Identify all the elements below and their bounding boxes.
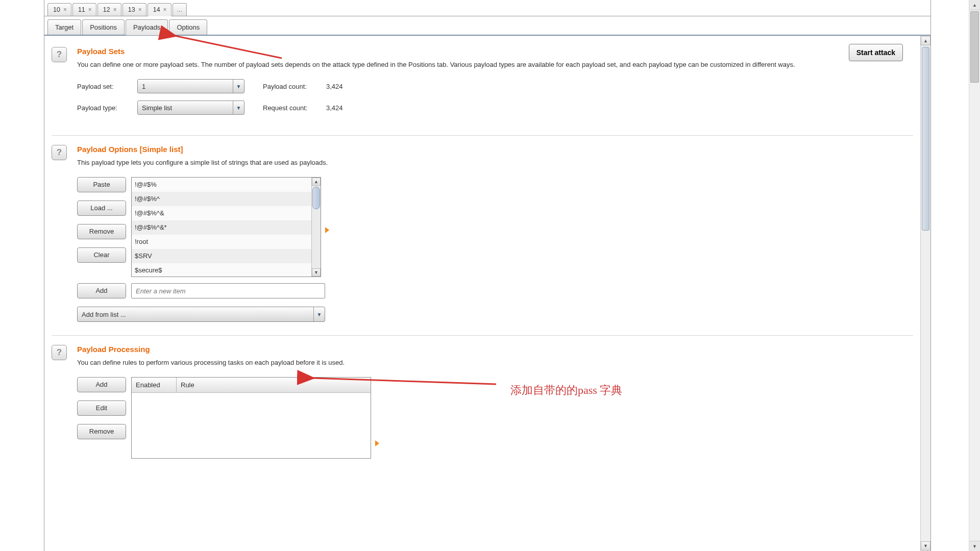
list-item[interactable]: !@#$%^& <box>132 206 311 220</box>
list-item[interactable]: !@#$%^&* <box>132 220 311 235</box>
scroll-down-icon[interactable]: ▼ <box>969 541 980 551</box>
section-title: Payload Processing <box>77 345 913 354</box>
right-arrow-icon <box>375 440 379 446</box>
tab-overflow[interactable]: ... <box>173 3 187 16</box>
scroll-down-icon[interactable]: ▼ <box>921 541 930 550</box>
section-payload-processing: ? Payload Processing You can define rule… <box>52 341 913 472</box>
select-value: 1 <box>142 83 145 90</box>
chevron-down-icon: ▼ <box>233 101 244 114</box>
payload-set-label: Payload set: <box>77 83 137 90</box>
col-rule[interactable]: Rule <box>177 378 371 392</box>
scroll-down-icon[interactable]: ▼ <box>312 268 321 277</box>
chevron-down-icon: ▼ <box>313 307 325 321</box>
list-item[interactable]: $SRV <box>132 249 311 263</box>
request-count-label: Request count: <box>263 104 326 112</box>
close-icon[interactable]: × <box>88 6 92 13</box>
close-icon[interactable]: × <box>138 6 142 13</box>
tab-label: 10 <box>53 6 60 13</box>
section-desc: You can define rules to perform various … <box>77 358 822 368</box>
add-from-list-combo[interactable]: Add from list ... ▼ <box>77 307 325 322</box>
scroll-thumb[interactable] <box>922 47 929 231</box>
help-icon[interactable]: ? <box>52 345 67 360</box>
tab-10[interactable]: 10 × <box>47 3 71 16</box>
paste-button[interactable]: Paste <box>77 177 126 192</box>
tab-label: 12 <box>103 6 110 13</box>
chevron-down-icon: ▼ <box>233 80 244 93</box>
tab-options[interactable]: Options <box>169 19 207 35</box>
add-button[interactable]: Add <box>77 283 126 298</box>
listbox-scrollbar[interactable]: ▲ ▼ <box>311 178 321 277</box>
new-item-input[interactable] <box>131 283 325 298</box>
tab-12[interactable]: 12 × <box>97 3 121 16</box>
scroll-up-icon[interactable]: ▲ <box>312 178 321 186</box>
help-icon[interactable]: ? <box>52 145 67 160</box>
list-item[interactable]: !root <box>132 235 311 249</box>
clear-button[interactable]: Clear <box>77 247 126 263</box>
payload-count-value: 3,424 <box>326 83 343 90</box>
request-count-value: 3,424 <box>326 104 343 112</box>
close-icon[interactable]: × <box>113 6 117 13</box>
add-rule-button[interactable]: Add <box>77 377 126 392</box>
content-scrollbar[interactable]: ▲ ▼ <box>920 36 930 551</box>
tab-target[interactable]: Target <box>47 19 81 35</box>
section-tab-strip: Target Positions Payloads Options <box>44 16 930 36</box>
scroll-up-icon[interactable]: ▲ <box>921 36 930 45</box>
section-payload-options: ? Payload Options [Simple list] This pay… <box>52 141 913 336</box>
close-icon[interactable]: × <box>63 6 67 13</box>
table-header: Enabled Rule <box>132 378 371 393</box>
payload-type-label: Payload type: <box>77 104 137 112</box>
remove-button[interactable]: Remove <box>77 224 126 239</box>
section-payload-sets: ? Payload Sets You can define one or mor… <box>52 43 913 136</box>
list-item[interactable]: $secure$ <box>132 263 311 277</box>
right-arrow-icon <box>325 227 329 233</box>
tab-13[interactable]: 13 × <box>122 3 146 16</box>
load-button[interactable]: Load ... <box>77 201 126 216</box>
payload-count-label: Payload count: <box>263 83 326 90</box>
list-item[interactable]: !@#$%^ <box>132 192 311 206</box>
numbered-tab-strip: 10 × 11 × 12 × 13 × 14 × ... <box>44 0 930 16</box>
scroll-thumb[interactable] <box>312 187 320 209</box>
scroll-thumb[interactable] <box>970 11 979 83</box>
payload-set-select[interactable]: 1 ▼ <box>137 79 244 93</box>
start-attack-button[interactable]: Start attack <box>849 44 903 61</box>
tab-11[interactable]: 11 × <box>72 3 96 16</box>
tab-positions[interactable]: Positions <box>82 19 125 35</box>
help-icon[interactable]: ? <box>52 47 67 62</box>
tab-payloads[interactable]: Payloads <box>126 19 168 35</box>
col-enabled[interactable]: Enabled <box>132 378 177 392</box>
section-desc: You can define one or more payload sets.… <box>77 60 822 70</box>
processing-rules-table[interactable]: Enabled Rule <box>131 377 371 459</box>
payload-type-select[interactable]: Simple list ▼ <box>137 101 244 115</box>
page-scrollbar[interactable]: ▲ ▼ <box>969 0 980 551</box>
tab-label: 13 <box>128 6 135 13</box>
remove-rule-button[interactable]: Remove <box>77 424 126 439</box>
close-icon[interactable]: × <box>163 6 167 13</box>
edit-rule-button[interactable]: Edit <box>77 400 126 416</box>
payload-listbox[interactable]: !@#$% !@#$%^ !@#$%^& !@#$%^&* !root $SRV… <box>131 177 321 277</box>
tab-label: 11 <box>78 6 85 13</box>
scroll-up-icon[interactable]: ▲ <box>969 0 980 10</box>
combo-value: Add from list ... <box>82 311 126 318</box>
list-item[interactable]: !@#$% <box>132 178 311 192</box>
tab-label: 14 <box>153 6 160 13</box>
section-desc: This payload type lets you configure a s… <box>77 158 822 168</box>
section-title: Payload Sets <box>77 47 913 56</box>
select-value: Simple list <box>142 104 172 112</box>
tab-dots: ... <box>177 6 182 13</box>
section-title: Payload Options [Simple list] <box>77 145 913 154</box>
tab-14[interactable]: 14 × <box>148 3 172 16</box>
